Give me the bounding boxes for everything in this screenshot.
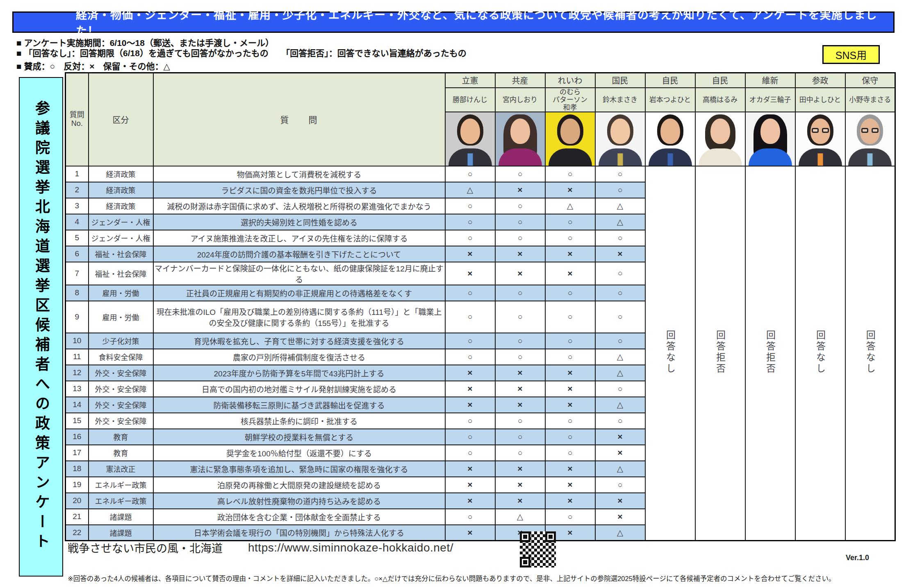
answer-symbol: ○ xyxy=(445,230,495,246)
answer-symbol: × xyxy=(445,246,495,262)
answer-symbol: ○ xyxy=(545,333,595,349)
organization-name: 戦争させない市民の風・北海道 xyxy=(68,540,223,556)
question-text: 泊原発の再稼働と大間原発の建設継続を認める xyxy=(153,477,445,493)
answer-symbol: ○ xyxy=(445,349,495,365)
answer-symbol: × xyxy=(445,493,495,509)
candidate-name: 岩本つよひと xyxy=(645,88,695,112)
question-text: 育児休暇を拡充し、子育て世帯に対する経済支援を強化する xyxy=(153,333,445,349)
question-no: 17 xyxy=(66,445,89,461)
answer-symbol: ○ xyxy=(545,349,595,365)
no-answer-status: 回答なし xyxy=(645,166,695,541)
answer-symbol: × xyxy=(495,262,545,285)
candidate-photo xyxy=(646,112,695,166)
category: 外交・安全保障 xyxy=(89,365,153,381)
answer-symbol: △ xyxy=(595,461,645,477)
no-answer-status: 回答なし xyxy=(845,166,895,541)
question-no: 2 xyxy=(66,182,89,198)
candidate-name: 高橋はるみ xyxy=(695,88,745,112)
answer-symbol: ○ xyxy=(595,285,645,301)
question-text: 選択的夫婦別姓と同性婚を認める xyxy=(153,214,445,230)
question-text: 現在未批准のILO「雇用及び職業上の差別待遇に関する条約（111号）」と「職業上… xyxy=(153,301,445,333)
candidate-name: 田中よしひと xyxy=(795,88,845,112)
answer-symbol: × xyxy=(595,493,645,509)
answer-symbol: ○ xyxy=(545,445,595,461)
question-text: 防衛装備移転三原則に基づき武器輸出を促進する xyxy=(153,397,445,413)
question-text: 2023年度から防衛予算を5年間で43兆円計上する xyxy=(153,365,445,381)
no-answer-status: 回答なし xyxy=(795,166,845,541)
category: エネルギー政策 xyxy=(89,493,153,509)
question-no-header: 質問 No. xyxy=(66,73,89,166)
category: 外交・安全保障 xyxy=(89,397,153,413)
candidate-photo-cell xyxy=(745,112,795,166)
answer-symbol: △ xyxy=(595,525,645,541)
qr-finder-icon xyxy=(545,531,556,542)
answer-symbol: ○ xyxy=(545,301,595,333)
answer-symbol: × xyxy=(545,493,595,509)
answer-symbol: ○ xyxy=(445,166,495,182)
footnote-text: ※回答のあった4人の候補者は、各項目について賛否の理由・コメントを詳細に記入いた… xyxy=(68,573,881,583)
party-label: 自民 xyxy=(645,73,695,88)
answer-symbol: × xyxy=(545,365,595,381)
answer-symbol: ○ xyxy=(445,214,495,230)
candidate-photo-cell xyxy=(845,112,895,166)
answer-symbol: △ xyxy=(595,214,645,230)
version-label: Ver.1.0 xyxy=(828,554,869,562)
answer-symbol: ○ xyxy=(495,445,545,461)
category: 諸課題 xyxy=(89,525,153,541)
question-text: 核兵器禁止条約に調印・批准する xyxy=(153,413,445,429)
question-no: 3 xyxy=(66,198,89,214)
question-text: 奨学金を100％給付型（返還不要）にする xyxy=(153,445,445,461)
answer-symbol: ○ xyxy=(595,381,645,397)
answer-symbol: × xyxy=(545,477,595,493)
answer-symbol: ○ xyxy=(545,214,595,230)
answer-symbol: △ xyxy=(595,349,645,365)
answer-symbol: ○ xyxy=(545,285,595,301)
note-period: ■ アンケート実施期間：6/10〜18（郵送、または手渡し・メール） xyxy=(16,38,467,48)
category: 教育 xyxy=(89,445,153,461)
candidate-photo xyxy=(546,112,595,166)
answer-symbol: ○ xyxy=(445,285,495,301)
footer: 戦争させない市民の風・北海道 https://www.siminnokaze-h… xyxy=(68,540,453,556)
answer-symbol: × xyxy=(445,262,495,285)
question-header: 質 問 xyxy=(153,73,445,166)
answer-symbol: ○ xyxy=(445,429,495,445)
category: 食料安全保障 xyxy=(89,349,153,365)
no-answer-status: 回答拒否 xyxy=(695,166,745,541)
question-no: 7 xyxy=(66,262,89,285)
answer-symbol: × xyxy=(445,477,495,493)
question-text: 日本学術会議を現行の「国の特別機関」から特殊法人化する xyxy=(153,525,445,541)
party-label: 参政 xyxy=(795,73,845,88)
answer-symbol: × xyxy=(495,477,545,493)
candidate-photo xyxy=(846,112,895,166)
question-no: 14 xyxy=(66,397,89,413)
answer-symbol: ○ xyxy=(495,301,545,333)
question-no: 16 xyxy=(66,429,89,445)
category: 経済政策 xyxy=(89,182,153,198)
category: 経済政策 xyxy=(89,198,153,214)
answer-symbol: × xyxy=(495,246,545,262)
answer-symbol: ○ xyxy=(595,333,645,349)
answer-symbol: △ xyxy=(595,397,645,413)
website-url[interactable]: https://www.siminnokaze-hokkaido.net/ xyxy=(248,541,453,554)
answer-symbol: ○ xyxy=(495,230,545,246)
category: 外交・安全保障 xyxy=(89,413,153,429)
answer-symbol: ○ xyxy=(495,214,545,230)
category: 教育 xyxy=(89,429,153,445)
question-text: 高レベル放射性廃棄物の道内持ち込みを認める xyxy=(153,493,445,509)
answer-symbol: × xyxy=(445,461,495,477)
category: 福祉・社会保障 xyxy=(89,246,153,262)
answer-symbol: × xyxy=(495,461,545,477)
candidate-photo xyxy=(446,112,495,166)
question-text: 日高での国内初の地対艦ミサイル発射訓練実施を認める xyxy=(153,381,445,397)
candidate-photo xyxy=(746,112,795,166)
question-text: 減税の財源は赤字国債に求めず、法人税増税と所得税の累進強化でまかなう xyxy=(153,198,445,214)
party-label: 共産 xyxy=(495,73,545,88)
party-label: 維新 xyxy=(745,73,795,88)
candidate-photo-cell xyxy=(595,112,645,166)
sns-badge[interactable]: SNS用 xyxy=(822,45,880,64)
candidate-name: オカダ三輪子 xyxy=(745,88,795,112)
candidate-photo-cell xyxy=(495,112,545,166)
answer-symbol: ○ xyxy=(495,349,545,365)
candidate-photo xyxy=(496,112,545,166)
answer-symbol: ○ xyxy=(595,230,645,246)
